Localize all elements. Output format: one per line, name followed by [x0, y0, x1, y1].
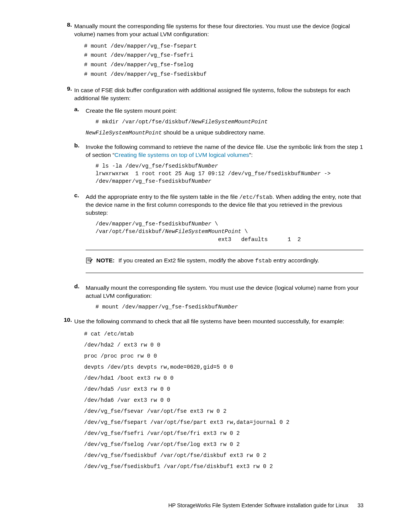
l1a: /dev/mapper/vg_fse-fsediskbuf — [96, 221, 191, 227]
l1b: \ — [212, 221, 218, 227]
c2i: Number — [301, 171, 321, 177]
c2b: -> — [321, 171, 331, 177]
step-9b-num: b. — [74, 142, 86, 189]
c3a: /dev/mapper/vg_fse-fsediskbuf — [96, 178, 191, 184]
nt2: entry accordingly. — [272, 257, 319, 264]
step-10-num: 10. — [59, 316, 74, 475]
t-post: ”: — [249, 152, 253, 158]
code-italic: NewFileSystemMountPoint — [191, 119, 268, 125]
code-text: # mkdir /var/opt/fse/diskbuf/ — [96, 119, 191, 125]
step-9d-text: Manually mount the corresponding file sy… — [86, 284, 363, 300]
step-9a: a. Create the file system mount point: #… — [74, 105, 363, 139]
m1: /etc/fstab — [239, 194, 272, 200]
step-9-text: In case of FSE disk buffer configuration… — [74, 86, 363, 102]
step-9b-text: Invoke the following command to retrieve… — [86, 143, 363, 159]
step-9c-text: Add the appropriate entry to the file sy… — [86, 193, 363, 217]
inline-text: should be a unique subdirectory name. — [162, 129, 265, 136]
dca: # mount /dev/mapper/vg_fse-fsediskbuf — [96, 304, 218, 310]
note-icon — [86, 257, 93, 266]
step-8-text: Manually mount the corresponding file sy… — [74, 22, 363, 38]
l3: ext3 defaults 1 2 — [96, 236, 301, 243]
t1: Add the appropriate entry to the file sy… — [86, 193, 239, 200]
nt1: If you created an Ext2 file system, modi… — [118, 257, 255, 264]
step-9c-num: c. — [74, 192, 86, 280]
note-rule-top — [86, 250, 363, 250]
step-9c-code: /dev/mapper/vg_fse-fsediskbufNumber \ /v… — [96, 220, 363, 243]
step-9: 9. In case of FSE disk buffer configurat… — [59, 85, 363, 314]
l2b: \ — [241, 228, 248, 235]
step-9a-num: a. — [74, 105, 86, 139]
c1a: # ls -la /dev/vg_fse/fsediskbuf — [96, 163, 198, 169]
note-rule-bottom — [86, 273, 363, 273]
step-9b: b. Invoke the following command to retri… — [74, 142, 363, 189]
c3i: Number — [191, 178, 211, 184]
inline-mono-italic: NewFileSystemMountPoint — [86, 130, 162, 136]
link-creating-fs[interactable]: Creating file systems on top of LVM logi… — [115, 152, 249, 158]
step-9a-after: NewFileSystemMountPoint should be a uniq… — [86, 129, 363, 137]
step-9d-code: # mount /dev/mapper/vg_fse-fsediskbufNum… — [96, 303, 363, 311]
page-content: { "step8": { "num": "8.", "text": "Manua… — [0, 0, 411, 524]
note-label: NOTE: — [96, 257, 115, 264]
step-9d-num: d. — [74, 283, 86, 314]
note-block: NOTE:If you created an Ext2 file system,… — [86, 257, 363, 266]
step-9a-code: # mkdir /var/opt/fse/diskbuf/NewFileSyst… — [96, 118, 363, 126]
l2a: /var/opt/fse/diskbuf/ — [96, 228, 165, 235]
dci: Number — [218, 304, 238, 310]
c1i: Number — [198, 163, 218, 169]
step-8-num: 8. — [59, 21, 74, 82]
step-9-num: 9. — [59, 85, 74, 314]
step-9d: d. Manually mount the corresponding file… — [74, 283, 363, 314]
page-footer: HP StorageWorks File System Extender Sof… — [59, 502, 363, 509]
c2a: lrwxrwxrwx 1 root root 25 Aug 17 09:12 /… — [96, 171, 301, 177]
note-text: NOTE:If you created an Ext2 file system,… — [96, 257, 319, 265]
step-8-code: # mount /dev/mapper/vg_fse-fsepart # mou… — [84, 42, 363, 79]
l2i: NewFileSystemMountPoint — [165, 228, 241, 235]
footer-title: HP StorageWorks File System Extender Sof… — [168, 502, 348, 508]
step-10-text: Use the following command to check that … — [74, 318, 363, 326]
footer-page-number: 33 — [357, 502, 363, 508]
nm1: fstab — [255, 258, 272, 264]
step-9a-text: Create the file system mount point: — [86, 107, 363, 115]
step-8: 8. Manually mount the corresponding file… — [59, 21, 363, 82]
l1i: Number — [191, 221, 211, 227]
step-9b-code: # ls -la /dev/vg_fse/fsediskbufNumber lr… — [96, 162, 363, 185]
step-10-code: # cat /etc/mtab /dev/hda2 / ext3 rw 0 0 … — [84, 329, 363, 472]
step-9c: c. Add the appropriate entry to the file… — [74, 192, 363, 280]
step-10: 10. Use the following command to check t… — [59, 316, 363, 475]
svg-rect-0 — [86, 258, 91, 263]
